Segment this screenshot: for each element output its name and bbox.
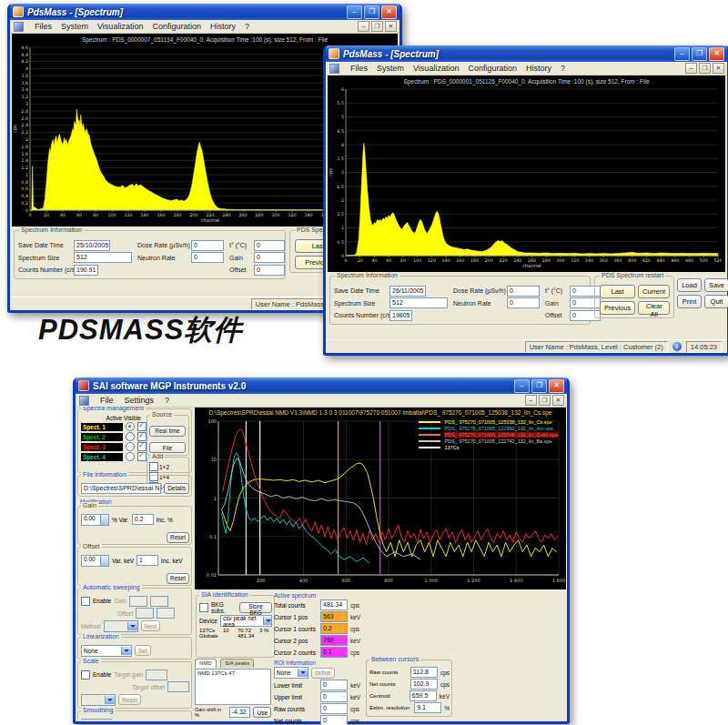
row-value[interactable]: 0.2 xyxy=(320,623,348,634)
mdi-restore-icon[interactable]: ❐ xyxy=(539,395,551,406)
mdi-close-icon[interactable]: ✕ xyxy=(385,21,397,32)
mdi-restore-icon[interactable]: ❐ xyxy=(699,63,711,74)
store-bkg-button[interactable]: Store BKG xyxy=(239,602,272,613)
field-value[interactable]: 190.91 xyxy=(74,265,98,276)
minimize-button[interactable]: – xyxy=(514,379,530,393)
close-button[interactable]: ✕ xyxy=(549,379,564,393)
maximize-button[interactable]: ❐ xyxy=(531,379,547,393)
gain-reset-button[interactable]: Reset xyxy=(167,532,189,543)
mdi-close-icon[interactable]: ✕ xyxy=(552,395,564,406)
sweeping-enable-checkbox[interactable] xyxy=(81,597,90,606)
menu-item[interactable]: Configuration xyxy=(468,64,517,73)
spectrum-chip[interactable]: Spect. 4 xyxy=(81,453,123,461)
active-radio[interactable] xyxy=(126,452,135,461)
menu-item[interactable]: Settings xyxy=(125,396,155,405)
row-value[interactable]: 481.34 xyxy=(320,599,348,610)
menu-item[interactable]: History xyxy=(210,22,236,31)
menu-item[interactable]: System xyxy=(61,22,88,31)
menu-item[interactable]: Visualization xyxy=(413,64,459,73)
window1-titlebar[interactable]: PdsMass - [Spectrum] – ❐ ✕ xyxy=(10,4,399,20)
visible-checkbox[interactable] xyxy=(137,452,147,461)
minimize-button[interactable]: – xyxy=(347,5,362,19)
details-button[interactable]: Details xyxy=(164,483,189,494)
field-value[interactable]: 512 xyxy=(389,297,448,308)
device-dropdown[interactable]: csv peak net area xyxy=(220,615,272,627)
mdi-minimize-icon[interactable]: – xyxy=(525,395,537,406)
mdi-restore-icon[interactable]: ❐ xyxy=(371,21,383,32)
legend-entry[interactable]: PDS_ 975270_071005_125038_132_lin_Cs.spe xyxy=(419,419,559,425)
gain-spinner[interactable]: 0.00 xyxy=(81,514,109,526)
file-path-field[interactable]: D:\Spectres\SPRD\essai N xyxy=(81,483,161,494)
menu-item[interactable]: ? xyxy=(165,396,169,405)
file-action-button[interactable]: Save xyxy=(704,278,728,292)
restart-button[interactable]: Current xyxy=(638,285,670,298)
legend-entry[interactable]: PDS_ 975270_071005_122742_132_lin_Ba.spe xyxy=(419,438,559,444)
field-value[interactable]: 0 xyxy=(254,240,285,251)
source-button[interactable]: File xyxy=(149,442,186,453)
row-value[interactable]: 563 xyxy=(320,611,348,622)
smoothing-dropdown[interactable]: 5 xyxy=(81,719,112,720)
legend-entry[interactable]: PDS_ 975270_071005_125548_132_lin_Co60.s… xyxy=(419,432,559,438)
file-action-button[interactable]: Load xyxy=(677,278,702,292)
menu-item[interactable]: ? xyxy=(561,64,565,73)
visible-checkbox[interactable] xyxy=(137,422,147,431)
offset-inc-field[interactable]: 1 xyxy=(136,555,158,566)
add-checkbox[interactable] xyxy=(149,462,158,471)
file-action-button[interactable]: Quit xyxy=(704,295,728,308)
scale-enable-checkbox[interactable] xyxy=(81,670,90,680)
field-value[interactable]: 0 xyxy=(191,252,224,263)
offset-spinner[interactable]: 0.00 xyxy=(81,555,109,567)
active-radio[interactable] xyxy=(126,432,135,441)
field-value[interactable]: 19805 xyxy=(389,310,412,321)
spectrum-chip[interactable]: Spect. 1 xyxy=(81,423,123,431)
field-value[interactable]: 0 xyxy=(507,286,540,297)
restart-button[interactable]: Previous xyxy=(600,301,635,315)
visible-checkbox[interactable] xyxy=(137,442,147,451)
field-value[interactable]: 0 xyxy=(507,297,540,308)
window2-titlebar[interactable]: PdsMass - [Spectrum] – ❐ ✕ xyxy=(326,45,727,62)
offset-reset-button[interactable]: Reset xyxy=(167,573,189,584)
menu-item[interactable]: ? xyxy=(245,22,249,31)
use-button[interactable]: Use xyxy=(253,707,271,718)
mdi-minimize-icon[interactable]: – xyxy=(358,21,369,32)
menu-item[interactable]: Visualization xyxy=(97,22,143,31)
row-value[interactable]: 0 xyxy=(320,680,348,690)
tab-nmd[interactable]: NMD xyxy=(195,659,217,668)
field-value[interactable]: 0 xyxy=(254,252,285,263)
legend-entry[interactable]: 137Cs xyxy=(419,445,559,450)
row-value[interactable]: 760 xyxy=(320,635,348,646)
field-value[interactable]: 25/10/2005 15:58:31 xyxy=(74,240,110,251)
maximize-button[interactable]: ❐ xyxy=(364,5,379,19)
field-value[interactable]: 0 xyxy=(191,240,224,251)
roi-dropdown[interactable]: None xyxy=(274,667,308,679)
menu-item[interactable]: System xyxy=(377,64,404,73)
menu-item[interactable]: Files xyxy=(350,64,368,73)
active-radio[interactable] xyxy=(126,442,135,451)
spectrum-chip[interactable]: Spect. 3 xyxy=(81,443,123,451)
menu-item[interactable]: History xyxy=(526,64,551,73)
tab-sa-peaks[interactable]: S/A peaks xyxy=(220,659,254,668)
menu-item[interactable]: File xyxy=(100,396,114,405)
close-button[interactable]: ✕ xyxy=(709,47,724,61)
field-value[interactable]: 512 xyxy=(74,252,132,263)
maximize-button[interactable]: ❐ xyxy=(692,47,707,61)
source-button[interactable]: Real time xyxy=(149,426,186,437)
close-button[interactable]: ✕ xyxy=(381,5,397,19)
restart-button[interactable]: Last xyxy=(600,285,635,298)
field-value[interactable]: 0 xyxy=(254,265,285,276)
mdi-close-icon[interactable]: ✕ xyxy=(713,63,724,74)
visible-checkbox[interactable] xyxy=(137,432,147,441)
linearization-dropdown[interactable]: None xyxy=(81,645,132,657)
restart-button[interactable]: Clear All xyxy=(638,301,670,315)
field-value[interactable]: 26/11/2005 05:52:16 xyxy=(389,286,426,297)
window3-titlebar[interactable]: SAI software MGP Instruments v2.0 – ❐ ✕ xyxy=(76,378,567,394)
row-value[interactable]: 0 xyxy=(320,715,348,725)
file-action-button[interactable]: Print xyxy=(677,295,702,308)
mdi-minimize-icon[interactable]: – xyxy=(685,63,697,74)
menu-item[interactable]: Configuration xyxy=(152,22,201,31)
gain-inc-field[interactable]: 0.2 xyxy=(132,514,154,525)
row-value[interactable]: 0 xyxy=(320,703,348,714)
row-value[interactable]: 0.1 xyxy=(320,647,348,658)
spectrum-chip[interactable]: Spect. 2 xyxy=(81,433,123,441)
row-value[interactable]: 0 xyxy=(320,691,348,702)
